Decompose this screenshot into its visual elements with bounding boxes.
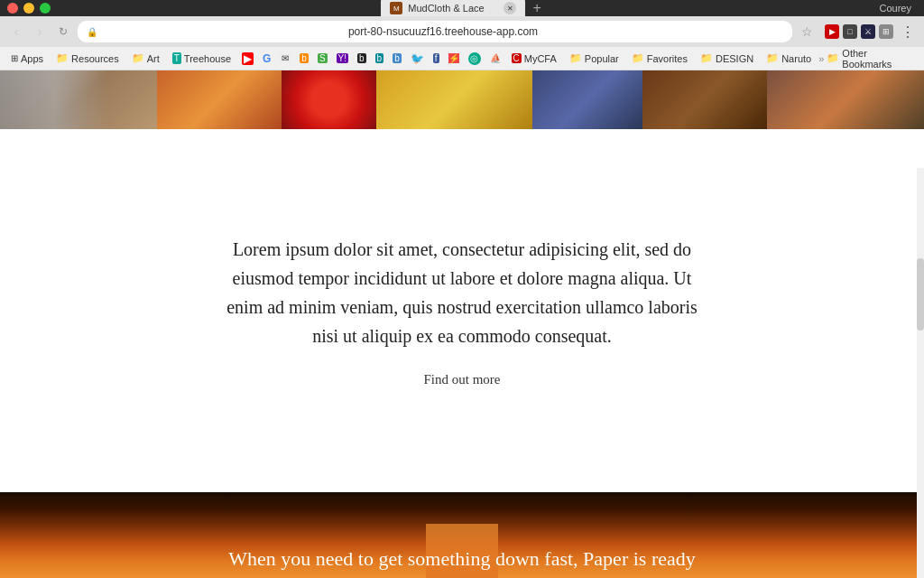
- bm-icon-8: S: [318, 53, 328, 63]
- bookmark-art[interactable]: 📁 Art: [126, 51, 165, 66]
- bookmark-apps[interactable]: ⊞ Apps: [5, 51, 49, 66]
- bookmark-b11[interactable]: b: [372, 51, 388, 65]
- hero-person: [0, 70, 108, 129]
- bookmark-b12[interactable]: b: [389, 51, 405, 65]
- treehouse-favicon: T: [172, 52, 181, 64]
- forward-button[interactable]: ›: [31, 23, 49, 41]
- bookmark-naruto[interactable]: 📁 Naruto: [761, 51, 817, 66]
- bm-icon-16: ◎: [468, 52, 481, 65]
- bookmark-design-label: DESIGN: [716, 53, 753, 64]
- url-text: port-80-nsucuuzf16.treehouse-app.com: [103, 25, 783, 38]
- folder-icon-favorites: 📁: [632, 52, 644, 64]
- profile-name: Courey: [880, 3, 911, 14]
- close-button[interactable]: [7, 3, 18, 14]
- window-chrome: M MudCloth & Lace ✕ + Courey: [0, 0, 924, 16]
- apps-icon: ⊞: [11, 53, 18, 63]
- fabric-segment-3: [282, 70, 375, 129]
- facebook-icon: f: [433, 53, 439, 63]
- yahoo-icon: Y!: [337, 53, 348, 63]
- bookmark-apps-label: Apps: [21, 53, 43, 64]
- tab-favicon: M: [390, 2, 402, 14]
- extension-icons: ▶ □ ⚔ ⊞: [825, 24, 893, 39]
- browser-menu-button[interactable]: ⋮: [899, 23, 917, 41]
- hero-fabric-strip: [0, 70, 924, 129]
- bookmark-naruto-label: Naruto: [781, 53, 811, 64]
- folder-icon-resources: 📁: [56, 52, 69, 64]
- twitter-icon: 🐦: [411, 52, 424, 65]
- bookmark-treehouse-label: Treehouse: [184, 53, 231, 64]
- folder-icon-naruto: 📁: [766, 52, 779, 64]
- other-bookmarks[interactable]: » 📁 Other Bookmarks: [818, 48, 919, 70]
- fabric-segment-6: [642, 70, 768, 129]
- find-out-more-link[interactable]: Find out more: [424, 372, 501, 387]
- url-bar[interactable]: 🔒 port-80-nsucuuzf16.treehouse-app.com: [78, 21, 792, 42]
- scrollbar-thumb[interactable]: [917, 258, 924, 331]
- bookmark-design[interactable]: 📁 DESIGN: [695, 51, 759, 66]
- bookmark-b10[interactable]: b: [354, 51, 370, 65]
- bookmark-popular[interactable]: 📁 Popular: [564, 51, 624, 66]
- hero-image: [0, 70, 924, 129]
- bookmark-star-button[interactable]: ☆: [798, 23, 816, 41]
- bookmarks-bar: ⊞ Apps 📁 Resources 📁 Art T Treehouse ▶ G…: [0, 47, 924, 70]
- sunset-area: When you need to get something down fast…: [0, 492, 924, 578]
- ext-icon-1[interactable]: ▶: [825, 24, 839, 39]
- bm-icon-7: b: [300, 53, 309, 63]
- scrollbar[interactable]: [917, 168, 924, 578]
- fabric-segment-5: [532, 70, 642, 129]
- bookmark-mycfa-label: MyCFA: [524, 53, 557, 64]
- bookmark-yahoo[interactable]: Y!: [333, 51, 352, 65]
- bookmark-twitter[interactable]: 🐦: [407, 51, 428, 67]
- browser-window: M MudCloth & Lace ✕ + Courey ‹ › ↻ 🔒 por…: [0, 0, 924, 578]
- minimize-button[interactable]: [23, 3, 34, 14]
- youtube-icon: ▶: [242, 52, 254, 65]
- tab-close-button[interactable]: ✕: [504, 2, 516, 14]
- sunset-text: When you need to get something down fast…: [228, 547, 695, 571]
- overflow-indicator: »: [818, 53, 824, 64]
- folder-icon-popular: 📁: [569, 52, 582, 64]
- bookmark-resources-label: Resources: [71, 53, 119, 64]
- ssl-icon: 🔒: [87, 27, 97, 37]
- page-content: Lorem ipsum dolor sit amet, consectetur …: [0, 70, 924, 578]
- tab-title: MudCloth & Lace: [408, 3, 498, 14]
- main-paragraph: Lorem ipsum dolor sit amet, consectetur …: [218, 235, 706, 350]
- fabric-segment-7: [767, 70, 924, 129]
- gmail-icon: ✉: [280, 53, 291, 63]
- folder-icon-art: 📁: [132, 52, 144, 64]
- bookmark-fb[interactable]: f: [430, 51, 443, 65]
- maximize-button[interactable]: [40, 3, 51, 14]
- bookmark-favorites[interactable]: 📁 Favorites: [626, 51, 693, 66]
- bookmark-b16[interactable]: ◎: [465, 51, 485, 67]
- ext-icon-2[interactable]: □: [843, 24, 857, 39]
- fabric-segment-4: [376, 70, 533, 129]
- bm-icon-17: ⛵: [490, 53, 501, 63]
- bookmark-b17[interactable]: ⛵: [486, 51, 504, 65]
- bookmark-resources[interactable]: 📁 Resources: [51, 51, 125, 66]
- bm-icon-10: b: [357, 53, 366, 63]
- bookmark-popular-label: Popular: [585, 53, 619, 64]
- folder-icon-design: 📁: [700, 52, 713, 64]
- mycfa-icon: C: [512, 53, 522, 63]
- main-text-area: Lorem ipsum dolor sit amet, consectetur …: [0, 129, 924, 492]
- bookmark-google[interactable]: G: [259, 51, 274, 67]
- bookmark-treehouse[interactable]: T Treehouse: [167, 51, 236, 66]
- ext-icon-4[interactable]: ⊞: [879, 24, 893, 39]
- back-button[interactable]: ‹: [7, 23, 25, 41]
- bookmark-b15[interactable]: ⚡: [445, 51, 463, 65]
- refresh-button[interactable]: ↻: [54, 23, 72, 41]
- bookmark-b8[interactable]: S: [314, 51, 331, 65]
- fabric-segment-2: [157, 70, 282, 129]
- other-bookmarks-label: Other Bookmarks: [842, 48, 919, 70]
- bookmark-favorites-label: Favorites: [647, 53, 688, 64]
- other-bookmarks-folder-icon: 📁: [827, 52, 839, 64]
- bookmark-youtube[interactable]: ▶: [238, 51, 257, 67]
- bookmark-mycfa[interactable]: C MyCFA: [506, 51, 562, 66]
- bookmark-gmail[interactable]: ✉: [276, 51, 294, 65]
- bookmark-art-label: Art: [147, 53, 160, 64]
- bm-icon-12: b: [393, 53, 402, 63]
- bm-icon-15: ⚡: [448, 53, 459, 63]
- ext-icon-3[interactable]: ⚔: [861, 24, 875, 39]
- bookmark-b7[interactable]: b: [296, 51, 312, 65]
- google-icon: G: [263, 52, 271, 65]
- address-bar: ‹ › ↻ 🔒 port-80-nsucuuzf16.treehouse-app…: [0, 16, 924, 47]
- bm-icon-11: b: [375, 53, 384, 63]
